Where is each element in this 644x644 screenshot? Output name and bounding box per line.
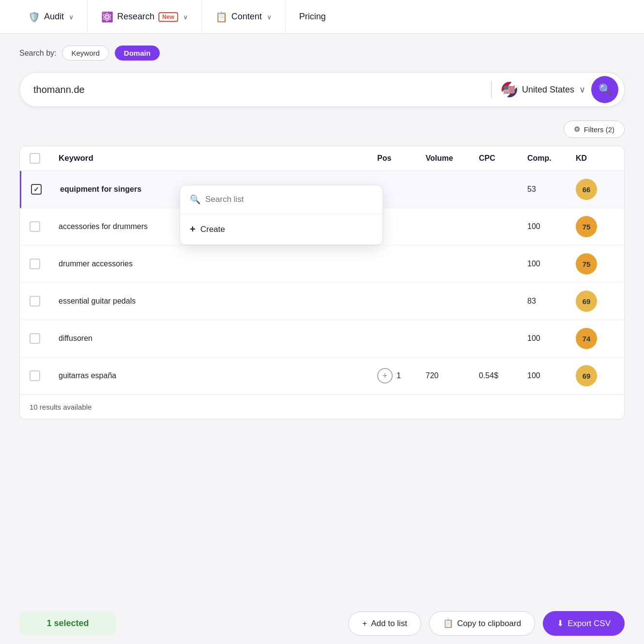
content-icon: 📋: [215, 11, 228, 23]
research-new-badge: New: [158, 12, 178, 22]
search-button[interactable]: 🔍: [591, 76, 618, 103]
country-label: United States: [522, 85, 574, 95]
filters-label: Filters (2): [584, 125, 614, 134]
nav-item-research[interactable]: ⚛️ Research New ∨: [88, 0, 202, 33]
download-icon: ⬇: [557, 618, 564, 629]
header-checkbox[interactable]: [30, 153, 40, 164]
dropdown-search-row: 🔍: [180, 185, 383, 214]
nav-item-audit[interactable]: 🛡️ Audit ∨: [15, 0, 88, 33]
export-csv-button[interactable]: ⬇ Export CSV: [543, 611, 625, 636]
search-divider: [491, 81, 492, 98]
row-checkbox-6[interactable]: [30, 370, 40, 381]
table-row: essential guitar pedals 83 69: [20, 283, 624, 320]
nav-label-research: Research: [117, 12, 154, 22]
search-icon: 🔍: [598, 83, 612, 96]
research-icon: ⚛️: [101, 11, 113, 23]
col-cpc: CPC: [479, 153, 527, 164]
chevron-content: ∨: [267, 13, 272, 21]
row-volume-6: 720: [426, 371, 479, 380]
keywords-table: Keyword Pos Volume CPC Comp. KD equipmen…: [19, 146, 625, 419]
plus-icon: +: [362, 619, 367, 629]
keyword-text-3: drummer accessories: [59, 260, 377, 268]
row-checkbox-1[interactable]: [31, 184, 42, 195]
main-content: Search by: Keyword Domain 🇺🇸 United Stat…: [0, 34, 644, 431]
country-selector[interactable]: 🇺🇸 United States ∨: [502, 82, 591, 97]
table-row: guitarras españa + 1 720 0.54$ 100 69: [20, 357, 624, 395]
row-comp-6: 100: [527, 371, 576, 380]
results-count: 10 results available: [20, 395, 624, 419]
search-by-row: Search by: Keyword Domain: [19, 46, 625, 61]
row-comp-5: 100: [527, 334, 576, 343]
row-checkbox-5[interactable]: [30, 333, 40, 344]
row-comp-2: 100: [527, 222, 576, 231]
add-to-list-dropdown: 🔍 + Create: [180, 185, 383, 245]
chevron-audit: ∨: [69, 13, 74, 21]
kd-badge-5: 74: [576, 328, 597, 349]
keyword-text-6: guitarras españa: [59, 371, 377, 380]
chevron-down-icon: ∨: [579, 84, 585, 95]
row-checkbox-2[interactable]: [30, 221, 40, 232]
plus-icon: +: [190, 224, 196, 235]
add-row-button[interactable]: +: [377, 368, 393, 383]
row-pos-6: 1: [397, 371, 401, 380]
search-by-domain[interactable]: Domain: [115, 46, 160, 61]
nav-item-pricing[interactable]: Pricing: [286, 0, 339, 33]
chevron-research: ∨: [183, 13, 188, 21]
search-input[interactable]: [33, 84, 481, 95]
search-by-keyword[interactable]: Keyword: [62, 46, 108, 61]
bottom-actions: + Add to list 📋 Copy to clipboard ⬇ Expo…: [348, 611, 625, 636]
us-flag-icon: 🇺🇸: [502, 82, 517, 97]
search-by-label: Search by:: [19, 49, 56, 58]
create-label: Create: [200, 225, 225, 234]
dropdown-search-icon: 🔍: [190, 194, 200, 205]
search-bar: 🇺🇸 United States ∨ 🔍: [19, 72, 625, 107]
table-row: diffusoren 100 74: [20, 320, 624, 357]
row-cpc-6: 0.54$: [479, 371, 527, 380]
filters-button[interactable]: ⚙ Filters (2): [564, 121, 625, 138]
row-comp-3: 100: [527, 260, 576, 268]
copy-label: Copy to clipboard: [457, 619, 521, 629]
row-comp-1: 53: [527, 185, 576, 194]
kd-badge-3: 75: [576, 253, 597, 275]
kd-badge-2: 75: [576, 216, 597, 237]
col-kd: KD: [576, 153, 614, 164]
nav-item-content[interactable]: 📋 Content ∨: [202, 0, 286, 33]
table-header: Keyword Pos Volume CPC Comp. KD: [20, 146, 624, 171]
row-checkbox-3[interactable]: [30, 259, 40, 269]
add-to-list-button[interactable]: + Add to list: [348, 612, 421, 636]
nav-label-pricing: Pricing: [299, 12, 326, 22]
kd-badge-1: 66: [576, 179, 597, 200]
filter-icon: ⚙: [574, 125, 580, 134]
nav-label-content: Content: [231, 12, 262, 22]
keyword-text-4: essential guitar pedals: [59, 297, 377, 306]
copy-icon: 📋: [443, 618, 453, 629]
kd-badge-4: 69: [576, 291, 597, 312]
row-comp-4: 83: [527, 297, 576, 306]
col-keyword: Keyword: [59, 153, 377, 164]
row-checkbox-4[interactable]: [30, 296, 40, 307]
nav-bar: 🛡️ Audit ∨ ⚛️ Research New ∨ 📋 Content ∨…: [0, 0, 644, 34]
kd-badge-6: 69: [576, 365, 597, 386]
keyword-text-5: diffusoren: [59, 334, 377, 343]
dropdown-search-input[interactable]: [205, 195, 373, 204]
nav-label-audit: Audit: [44, 12, 64, 22]
bottom-bar: 1 selected + Add to list 📋 Copy to clipb…: [0, 603, 644, 644]
audit-icon: 🛡️: [28, 11, 40, 23]
selected-count-badge: 1 selected: [19, 612, 116, 635]
export-label: Export CSV: [567, 619, 611, 629]
copy-to-clipboard-button[interactable]: 📋 Copy to clipboard: [429, 611, 535, 636]
create-list-button[interactable]: + Create: [180, 214, 383, 245]
table-row: drummer accessories 100 75: [20, 245, 624, 283]
add-to-list-label: Add to list: [371, 619, 407, 629]
filters-row: ⚙ Filters (2): [19, 121, 625, 138]
col-volume: Volume: [426, 153, 479, 164]
col-comp: Comp.: [527, 153, 576, 164]
col-pos: Pos: [377, 153, 426, 164]
